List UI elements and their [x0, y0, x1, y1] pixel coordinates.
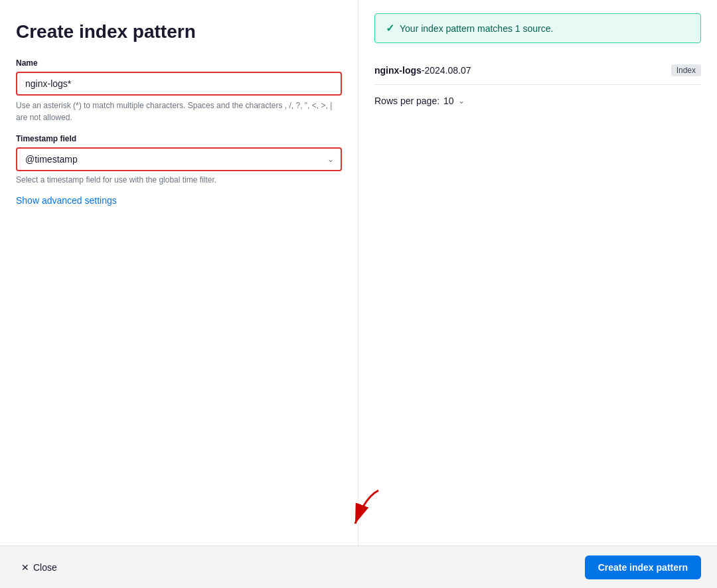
- name-input[interactable]: [16, 72, 342, 96]
- rows-chevron-icon: ⌄: [458, 96, 465, 106]
- index-name-rest: -2024.08.07: [422, 65, 471, 76]
- timestamp-hint: Select a timestamp field for use with th…: [16, 175, 342, 184]
- timestamp-select[interactable]: @timestamp: [16, 147, 342, 171]
- index-name: nginx-logs-2024.08.07: [374, 65, 471, 76]
- timestamp-label: Timestamp field: [16, 134, 342, 143]
- rows-per-page-label: Rows per page:: [374, 96, 439, 106]
- timestamp-select-wrapper: @timestamp ⌄: [16, 147, 342, 171]
- rows-per-page-value: 10: [443, 96, 454, 106]
- name-hint: Use an asterisk (*) to match multiple ch…: [16, 100, 342, 123]
- left-panel: Create index pattern Name Use an asteris…: [0, 0, 358, 546]
- footer: ✕ Close Create index pattern: [0, 546, 717, 588]
- advanced-settings-link[interactable]: Show advanced settings: [16, 195, 117, 206]
- index-badge: Index: [671, 64, 701, 76]
- create-index-pattern-button[interactable]: Create index pattern: [585, 555, 701, 579]
- page-title: Create index pattern: [16, 21, 342, 42]
- success-message: Your index pattern matches 1 source.: [400, 23, 553, 34]
- index-list: nginx-logs-2024.08.07 Index: [374, 56, 701, 85]
- close-x-icon: ✕: [21, 562, 29, 573]
- index-name-bold: nginx-logs: [374, 65, 422, 76]
- footer-right: Create index pattern: [585, 555, 701, 579]
- close-button[interactable]: ✕ Close: [16, 558, 62, 577]
- index-item: nginx-logs-2024.08.07 Index: [374, 56, 701, 85]
- timestamp-section: Timestamp field @timestamp ⌄ Select a ti…: [16, 134, 342, 184]
- close-label: Close: [33, 562, 57, 573]
- name-label: Name: [16, 58, 342, 68]
- check-icon: ✓: [386, 22, 394, 35]
- success-banner: ✓ Your index pattern matches 1 source.: [374, 13, 701, 43]
- right-panel: ✓ Your index pattern matches 1 source. n…: [358, 0, 717, 546]
- rows-per-page[interactable]: Rows per page: 10 ⌄: [374, 96, 701, 106]
